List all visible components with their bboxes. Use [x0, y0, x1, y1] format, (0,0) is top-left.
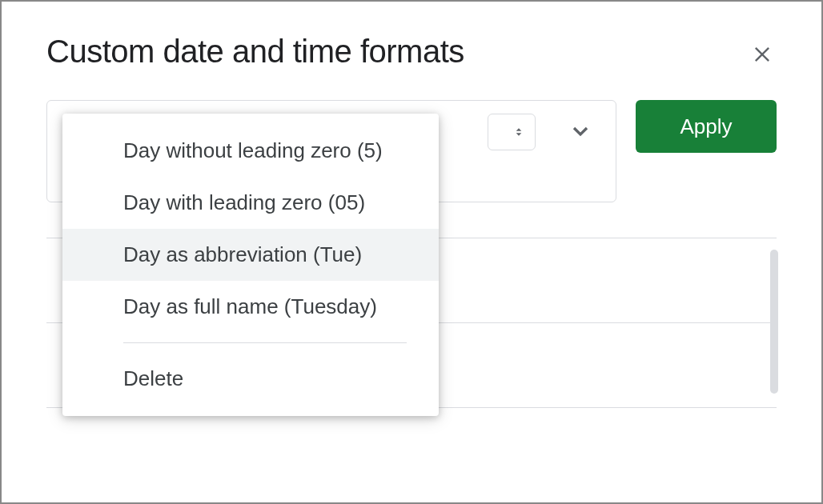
- dropdown-option-day-zero[interactable]: Day with leading zero (05): [62, 177, 439, 229]
- close-button[interactable]: [748, 40, 777, 69]
- format-token-chip[interactable]: [488, 114, 536, 150]
- dropdown-option-delete[interactable]: Delete: [62, 353, 439, 405]
- dropdown-divider: [123, 342, 407, 343]
- dialog-title: Custom date and time formats: [46, 34, 464, 70]
- dropdown-option-day-abbrev[interactable]: Day as abbreviation (Tue): [62, 229, 439, 281]
- chevron-down-icon: [568, 118, 593, 144]
- dialog-header: Custom date and time formats: [46, 34, 777, 70]
- date-format-dialog: Custom date and time formats Apply: [2, 2, 821, 502]
- scrollbar-thumb[interactable]: [770, 250, 778, 394]
- dropdown-option-day-full[interactable]: Day as full name (Tuesday): [62, 281, 439, 333]
- add-token-dropdown[interactable]: [568, 118, 593, 147]
- apply-button[interactable]: Apply: [636, 100, 777, 153]
- day-format-dropdown: Day without leading zero (5) Day with le…: [62, 114, 439, 416]
- close-icon: [751, 43, 773, 66]
- unfold-icon: [512, 126, 525, 138]
- dropdown-option-day-no-zero[interactable]: Day without leading zero (5): [62, 125, 439, 177]
